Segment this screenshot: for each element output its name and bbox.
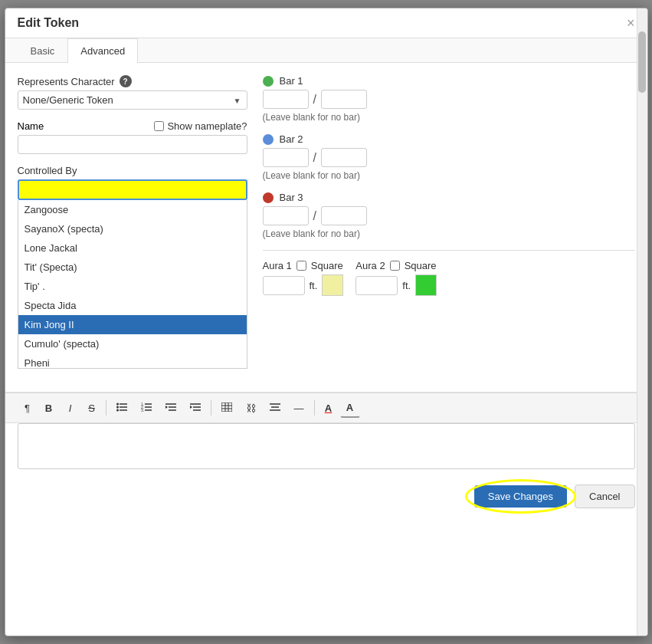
svg-point-5 — [116, 409, 119, 411]
aura2-ft-label: ft. — [402, 280, 411, 291]
dropdown-item-lone-jackal[interactable]: Lone Jackal — [18, 238, 247, 258]
bar3-group: Bar 3 / (Leave blank for no bar) — [263, 192, 635, 239]
scrollbar[interactable] — [637, 8, 647, 636]
toolbar-hr[interactable]: — — [288, 399, 310, 418]
left-column: Represents Character ? None/Generic Toke… — [18, 75, 247, 380]
toolbar-ol[interactable]: 1.2.3. — [135, 399, 158, 418]
help-icon[interactable]: ? — [120, 75, 132, 87]
nameplate-text: Show nameplate? — [167, 120, 247, 132]
bar1-hint: (Leave blank for no bar) — [263, 112, 635, 123]
content-editor[interactable] — [18, 423, 635, 469]
name-label: Name — [18, 120, 44, 132]
toolbar-bold[interactable]: B — [39, 399, 59, 418]
dropdown-item-pheni[interactable]: Pheni — [18, 353, 247, 369]
name-group: Name Show nameplate? — [18, 120, 247, 154]
aura2-color-picker[interactable] — [415, 274, 437, 296]
tab-advanced[interactable]: Advanced — [67, 38, 138, 63]
bar2-hint: (Leave blank for no bar) — [263, 170, 635, 181]
close-button[interactable]: × — [627, 16, 635, 30]
bar2-slash: / — [313, 151, 316, 165]
bar3-slash: / — [313, 209, 316, 223]
editor-toolbar: ¶ B I S 1.2.3. ⛓ — A A — [5, 393, 647, 423]
aura1-label: Aura 1 — [263, 260, 292, 271]
svg-marker-19 — [190, 406, 192, 409]
modal-title: Edit Token — [18, 16, 80, 30]
svg-rect-20 — [221, 402, 232, 412]
toolbar-link[interactable]: ⛓ — [240, 399, 262, 418]
name-input[interactable] — [18, 135, 247, 154]
aura1-ft-label: ft. — [310, 280, 318, 291]
toolbar-font-color[interactable]: A — [319, 399, 339, 418]
toolbar-font-bg[interactable]: A — [340, 398, 360, 418]
bar2-label: Bar 2 — [280, 133, 303, 145]
show-nameplate-checkbox[interactable] — [154, 121, 164, 131]
modal-footer: Save Changes Cancel — [5, 475, 647, 518]
cancel-button[interactable]: Cancel — [575, 485, 634, 508]
bar2-input-max[interactable] — [321, 148, 367, 167]
toolbar-italic[interactable]: I — [61, 399, 80, 418]
svg-marker-15 — [165, 406, 168, 409]
aura1-square-checkbox[interactable] — [297, 261, 306, 271]
svg-point-4 — [116, 406, 119, 408]
bar1-input-max[interactable] — [321, 90, 367, 109]
aura1-color-picker[interactable] — [322, 274, 343, 296]
bar3-hint: (Leave blank for no bar) — [263, 228, 635, 239]
bar1-group: Bar 1 / (Leave blank for no bar) — [263, 75, 635, 123]
bar3-input-max[interactable] — [321, 206, 367, 225]
svg-point-3 — [116, 402, 119, 405]
aura1-square-label: Square — [311, 260, 343, 271]
bar1-dot — [263, 76, 274, 87]
toolbar-sep1 — [106, 400, 106, 416]
controlled-by-input[interactable] — [18, 179, 247, 200]
controlled-by-group: Controlled By Zangoose SayanoX (specta) … — [18, 165, 247, 369]
name-row: Name Show nameplate? — [18, 120, 247, 132]
dropdown-item-specta-jida[interactable]: Specta Jida — [18, 296, 247, 315]
bar1-label: Bar 1 — [280, 75, 303, 87]
bar3-label: Bar 3 — [280, 192, 303, 203]
aura2-group: Aura 2 Square ft. — [355, 260, 437, 296]
aura1-group: Aura 1 Square ft. — [263, 260, 344, 296]
bar1-slash: / — [313, 93, 316, 107]
modal: Edit Token × Basic Advanced Represents C… — [5, 8, 648, 636]
dropdown-item-zangoose[interactable]: Zangoose — [18, 200, 247, 219]
toolbar-ul[interactable] — [110, 399, 133, 418]
toolbar-sep2 — [211, 400, 211, 416]
dropdown-item-tit[interactable]: Tit' (Specta) — [18, 258, 247, 277]
controlled-by-dropdown: Zangoose SayanoX (specta) Lone Jackal Ti… — [18, 200, 247, 369]
controlled-by-label: Controlled By — [18, 165, 247, 176]
aura2-square-label: Square — [405, 260, 437, 271]
modal-body: Represents Character ? None/Generic Toke… — [5, 63, 647, 392]
toolbar-sep3 — [314, 400, 315, 416]
nameplate-label: Show nameplate? — [154, 120, 247, 132]
divider — [263, 250, 635, 251]
dropdown-item-kim-jong[interactable]: Kim Jong II — [18, 315, 247, 334]
represents-group: Represents Character ? None/Generic Toke… — [18, 75, 247, 110]
bar2-input-current[interactable] — [263, 148, 309, 167]
bar2-dot — [263, 134, 274, 145]
dropdown-item-cumulo[interactable]: Cumulo' (specta) — [18, 334, 247, 353]
dropdown-item-tip[interactable]: Tip' . — [18, 277, 247, 296]
represents-select-wrapper: None/Generic Token ▼ — [18, 90, 247, 110]
aura2-label: Aura 2 — [355, 260, 385, 271]
bar3-input-current[interactable] — [263, 206, 309, 225]
bar1-input-current[interactable] — [263, 90, 309, 109]
toolbar-strikethrough[interactable]: S — [82, 399, 102, 418]
aura1-input[interactable] — [263, 276, 305, 295]
represents-select[interactable]: None/Generic Token — [18, 90, 247, 110]
bar3-dot — [263, 192, 274, 203]
toolbar-indent[interactable] — [184, 399, 207, 418]
tab-basic[interactable]: Basic — [18, 38, 68, 63]
right-column: Bar 1 / (Leave blank for no bar) Bar 2 / — [263, 75, 635, 380]
modal-header: Edit Token × — [5, 8, 647, 38]
toolbar-align[interactable] — [264, 399, 287, 418]
save-button[interactable]: Save Changes — [474, 485, 567, 508]
aura2-input[interactable] — [355, 276, 398, 295]
toolbar-outdent[interactable] — [159, 399, 182, 418]
toolbar-table[interactable] — [215, 399, 238, 418]
aura-section: Aura 1 Square ft. Aura 2 Squ — [263, 260, 635, 296]
dropdown-item-sayanox[interactable]: SayanoX (specta) — [18, 219, 247, 238]
bar2-group: Bar 2 / (Leave blank for no bar) — [263, 133, 635, 181]
toolbar-paragraph[interactable]: ¶ — [18, 399, 38, 418]
scrollbar-thumb — [638, 31, 646, 93]
aura2-square-checkbox[interactable] — [390, 261, 400, 271]
